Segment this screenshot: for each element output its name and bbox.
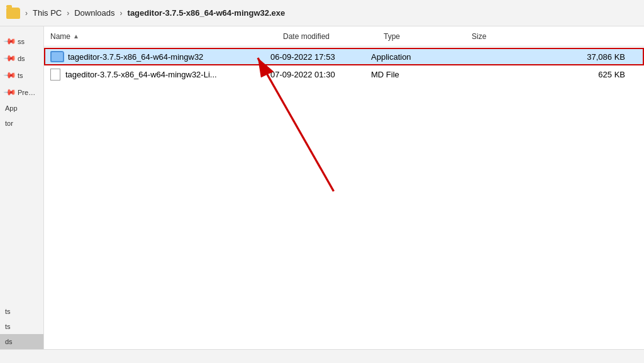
sidebar-label-8: ts [5,323,11,330]
sidebar-label-3: ts [18,72,23,79]
pin-icon-2: 📌 [3,52,17,65]
file-size-2: 625 KB [459,70,638,79]
column-headers: Name ▲ Date modified Type Size [44,26,644,47]
pin-icon-3: 📌 [3,69,17,82]
sidebar-label-5: App [5,104,18,112]
col-size-header[interactable]: Size [472,32,638,41]
sidebar-item-9[interactable]: ds [0,334,43,349]
file-name-1: tageditor-3.7.5-x86_64-w64-mingw32 [68,52,203,62]
file-date-1: 06-09-2022 17:53 [270,52,371,62]
sidebar-item-6[interactable]: tor [0,116,43,131]
sidebar-label-7: ts [5,308,11,315]
address-bar: › This PC › Downloads › tageditor-3.7.5-… [0,0,644,26]
file-row-1[interactable]: tageditor-3.7.5-x86_64-w64-mingw32 06-09… [44,48,644,65]
file-name-cell-1: tageditor-3.7.5-x86_64-w64-mingw32 [50,51,270,62]
col-name-header[interactable]: Name ▲ [50,32,283,41]
file-row-2[interactable]: tageditor-3.7.5-x86_64-w64-mingw32-Li...… [44,65,644,83]
sort-icon: ▲ [73,33,79,40]
file-list: tageditor-3.7.5-x86_64-w64-mingw32 06-09… [44,47,644,349]
breadcrumb-sep3: › [119,9,124,18]
sidebar-item-4[interactable]: 📌 Preview Ap [0,84,43,101]
sidebar-item-7[interactable]: ts [0,304,43,319]
sidebar-item-3[interactable]: 📌 ts [0,67,43,84]
pin-icon-1: 📌 [3,35,17,48]
main-container: 📌 ss 📌 ds 📌 ts 📌 Preview Ap App tor ts t… [0,26,644,349]
md-icon-2 [50,69,60,81]
sidebar-item-8[interactable]: ts [0,319,43,334]
breadcrumb-sep2: › [65,9,70,18]
breadcrumb-this-pc[interactable]: This PC [33,8,62,18]
file-area: Name ▲ Date modified Type Size tageditor… [44,26,644,349]
sidebar-item-1[interactable]: 📌 ss [0,33,43,50]
folder-icon [6,8,20,19]
file-name-cell-2: tageditor-3.7.5-x86_64-w64-mingw32-Li... [50,69,270,81]
file-name-2: tageditor-3.7.5-x86_64-w64-mingw32-Li... [65,70,217,79]
file-type-1: Application [371,52,459,62]
breadcrumb-downloads[interactable]: Downloads [74,8,114,18]
col-name-label: Name [50,32,70,41]
sidebar-item-5[interactable]: App [0,101,43,116]
col-type-header[interactable]: Type [384,32,472,41]
sidebar-label-2: ds [18,55,25,62]
status-bar [0,349,644,363]
sidebar: 📌 ss 📌 ds 📌 ts 📌 Preview Ap App tor ts t… [0,26,44,349]
file-size-1: 37,086 KB [459,52,638,62]
exe-icon-1 [50,51,64,62]
sidebar-label-6: tor [5,120,13,127]
col-date-header[interactable]: Date modified [283,32,384,41]
breadcrumb-filename[interactable]: tageditor-3.7.5-x86_64-w64-mingw32.exe [128,8,286,18]
sidebar-label-1: ss [18,38,25,45]
file-date-2: 07-09-2022 01:30 [270,70,371,79]
sidebar-label-9: ds [5,338,13,345]
file-type-2: MD File [371,70,459,79]
sidebar-item-2[interactable]: 📌 ds [0,50,43,67]
pin-icon-4: 📌 [3,86,17,99]
sidebar-label-4: Preview Ap [18,89,38,96]
breadcrumb-sep1: › [24,9,29,18]
